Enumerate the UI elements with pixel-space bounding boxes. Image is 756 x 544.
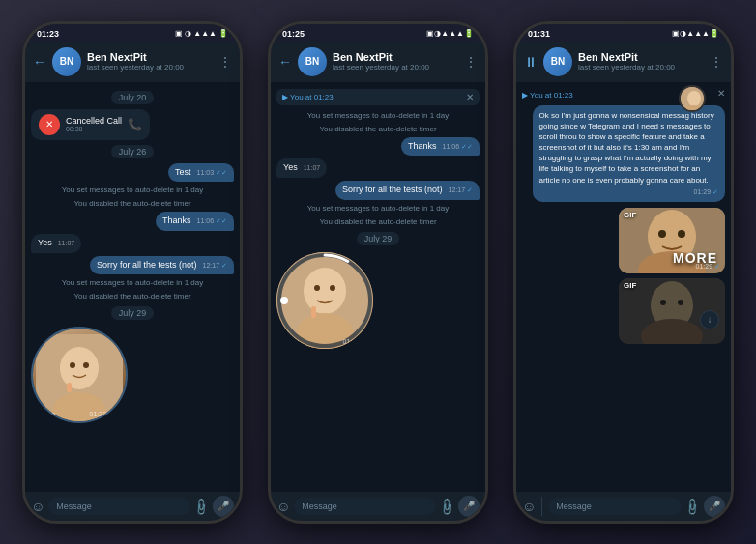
msg-time-4: 12:17 ✓ xyxy=(203,261,227,270)
you-label-3: ▶ You at 01:23 xyxy=(522,91,573,100)
attach-button-1[interactable]: 📎 xyxy=(191,496,212,516)
chat-area-2: ▶ You at 01:23 ✕ You set messages to aut… xyxy=(271,83,485,491)
attach-button-3[interactable]: 📎 xyxy=(683,496,703,516)
status-time-2: 01:25 xyxy=(282,29,305,39)
date-july29-2: July 29 xyxy=(357,232,400,245)
phone-1: 01:23 ▣ ◑ ▲▲▲ 🔋 ← BN Ben NextPit last se… xyxy=(22,21,243,524)
close-reply[interactable]: ✕ xyxy=(466,92,474,102)
phone-3: 01:31 ▣◑▲▲▲🔋 ⏸ BN Ben NextPit last seen … xyxy=(513,21,734,524)
status-bar-3: 01:31 ▣◑▲▲▲🔋 xyxy=(516,24,731,42)
phone-2: 01:25 ▣◑▲▲▲🔋 ← BN Ben NextPit last seen … xyxy=(268,21,488,524)
contact-status-2: last seen yesterday at 20:00 xyxy=(333,63,458,72)
msg-time-2: 11:06 ✓✓ xyxy=(197,216,227,225)
contact-name-2: Ben NextPit xyxy=(333,51,458,63)
sys-msg-4: You disabled the auto-delete timer xyxy=(31,291,234,301)
back-button-2[interactable]: ← xyxy=(278,54,292,70)
status-bar-2: 01:25 ▣◑▲▲▲🔋 xyxy=(271,24,485,42)
contact-name-1: Ben NextPit xyxy=(87,51,213,63)
contact-status-1: last seen yesterday at 20:00 xyxy=(87,63,213,72)
call-info: Cancelled Call 08:38 xyxy=(66,116,122,132)
emoji-button-3[interactable]: ☺ xyxy=(522,499,536,514)
msg-time-p2-1: 11:06 ✓✓ xyxy=(443,142,473,151)
msg-time-3: 11:07 xyxy=(58,239,75,247)
video-content-1 xyxy=(33,329,126,421)
scroll-down-button[interactable]: ↓ xyxy=(700,310,719,329)
status-time-3: 01:31 xyxy=(528,29,550,39)
back-button-3[interactable]: ⏸ xyxy=(524,54,538,70)
svg-point-20 xyxy=(658,230,666,238)
more-button-3[interactable]: ⋮ xyxy=(710,54,723,70)
input-bar-3: ☺ Message 📎 🎤 xyxy=(516,491,731,521)
progress-ring xyxy=(276,252,373,349)
status-time-1: 01:23 xyxy=(37,29,59,39)
gif-bubble-1: GIF MORE 01:29 ✓ xyxy=(619,208,725,273)
message-input-3[interactable]: Message xyxy=(548,498,682,515)
more-button-2[interactable]: ⋮ xyxy=(464,54,478,70)
svg-point-25 xyxy=(660,300,666,305)
video-circle-2[interactable]: 00:02 01:23 ✓ xyxy=(276,252,373,349)
avatar-2: BN xyxy=(298,47,327,76)
face-svg-1 xyxy=(36,334,123,421)
msg-time-p2-3: 12:17 ✓ xyxy=(449,186,473,194)
svg-point-21 xyxy=(678,230,685,238)
gif-label-1: GIF xyxy=(624,211,636,219)
video-duration-1: 00:10 xyxy=(39,412,56,418)
input-bar-2: ☺ Message 📎 🎤 xyxy=(271,491,485,521)
status-icons-2: ▣◑▲▲▲🔋 xyxy=(426,29,474,38)
mic-button-3[interactable]: 🎤 xyxy=(704,496,725,517)
mic-button-2[interactable]: 🎤 xyxy=(458,496,480,517)
chat-area-3: ▶ You at 01:23 Ok so I'm just gonna w no… xyxy=(516,83,731,491)
contact-name-3: Ben NextPit xyxy=(578,51,704,63)
msg-sorry: Sorry for all the tests (not) 12:17 ✓ xyxy=(90,256,234,275)
attach-button-2[interactable]: 📎 xyxy=(437,496,457,516)
video-circle-wrapper-1: 00:10 01:23 ✓✓ xyxy=(31,325,128,425)
more-button-1[interactable]: ⋮ xyxy=(218,54,232,70)
input-bar-1: ☺ Message 📎 🎤 xyxy=(25,491,240,521)
svg-point-26 xyxy=(678,300,683,305)
video-duration-2: 00:02 xyxy=(282,339,300,346)
date-july26: July 26 xyxy=(111,145,155,158)
svg-point-1 xyxy=(60,347,99,389)
avatar-3: BN xyxy=(543,47,572,76)
svg-point-4 xyxy=(83,362,89,368)
contact-status-3: last seen yesterday at 20:00 xyxy=(578,63,704,72)
long-msg-time: 01:29 ✓ xyxy=(694,187,718,197)
message-input-2[interactable]: Message xyxy=(294,498,436,515)
msg-time: 11:03 ✓✓ xyxy=(197,168,227,177)
sys-msg-p2-2: You disabled the auto-delete timer xyxy=(276,124,480,134)
msg-yes-p2: Yes 11:07 xyxy=(276,158,327,178)
msg-time-p2-2: 11:07 xyxy=(304,163,321,172)
close-button-3[interactable]: ✕ xyxy=(717,88,725,99)
back-button-1[interactable]: ← xyxy=(33,54,46,70)
header-info-1: Ben NextPit last seen yesterday at 20:00 xyxy=(87,51,213,72)
msg-thanks-p2: Thanks 11:06 ✓✓ xyxy=(401,137,480,157)
svg-rect-5 xyxy=(67,383,72,392)
call-bubble: ✕ Cancelled Call 08:38 📞 xyxy=(31,109,150,140)
video-circle-1[interactable]: 00:10 01:23 ✓✓ xyxy=(31,327,128,423)
play-dot xyxy=(280,297,288,304)
chat-area-1: July 20 ✕ Cancelled Call 08:38 📞 July 26… xyxy=(25,83,240,491)
msg-thanks: Thanks 11:06 ✓✓ xyxy=(156,212,234,231)
long-text-bubble: Ok so I'm just gonna w nonsensical messa… xyxy=(533,105,726,202)
msg-sorry-p2: Sorry for all the tests (not) 12:17 ✓ xyxy=(335,181,480,200)
emoji-button-2[interactable]: ☺ xyxy=(276,499,290,514)
playing-avatar[interactable] xyxy=(679,85,706,112)
sys-msg-p2-1: You set messages to auto-delete in 1 day xyxy=(276,110,480,121)
mic-button-1[interactable]: 🎤 xyxy=(213,496,234,517)
header-info-3: Ben NextPit last seen yesterday at 20:00 xyxy=(578,51,704,72)
emoji-button-1[interactable]: ☺ xyxy=(31,499,44,514)
chat-header-1: ← BN Ben NextPit last seen yesterday at … xyxy=(25,42,240,83)
video-time-2: 01:23 ✓ xyxy=(343,338,367,346)
date-july20: July 20 xyxy=(111,91,155,104)
call-time: 08:38 xyxy=(66,126,122,132)
svg-point-6 xyxy=(279,255,370,346)
sys-msg-p2-4: You disabled the auto-delete timer xyxy=(276,216,480,227)
message-input-1[interactable]: Message xyxy=(48,498,190,515)
avatar-1: BN xyxy=(52,47,81,76)
call-title: Cancelled Call xyxy=(66,116,122,126)
svg-point-15 xyxy=(687,91,701,106)
status-bar-1: 01:23 ▣ ◑ ▲▲▲ 🔋 xyxy=(25,24,240,42)
reply-label: ▶ You at 01:23 xyxy=(282,93,334,101)
video-time-1: 01:23 ✓✓ xyxy=(90,411,120,418)
header-info-2: Ben NextPit last seen yesterday at 20:00 xyxy=(333,51,458,72)
